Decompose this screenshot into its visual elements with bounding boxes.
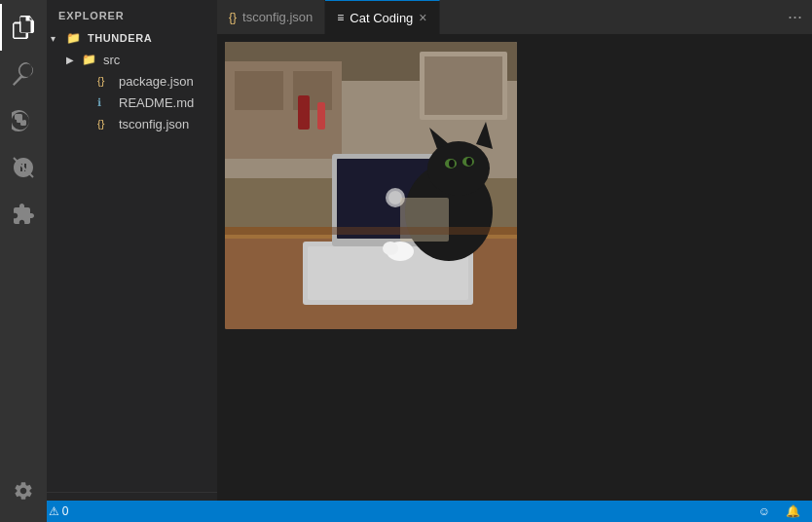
tab-tsconfig-icon: {} xyxy=(229,11,237,24)
bell-status[interactable]: 🔔 xyxy=(782,504,804,518)
svg-rect-30 xyxy=(225,227,517,235)
status-bar: ⊗ 0 ⚠ 0 ☺ 🔔 xyxy=(0,501,812,522)
files-icon[interactable] xyxy=(0,4,47,51)
json-icon: {} xyxy=(97,75,115,87)
svg-point-26 xyxy=(466,158,472,166)
md-icon: ℹ xyxy=(97,96,115,109)
smiley-status[interactable]: ☺ xyxy=(755,504,774,518)
extensions-icon[interactable] xyxy=(0,191,47,238)
tab-tsconfig-label: tsconfig.json xyxy=(242,10,313,24)
svg-rect-29 xyxy=(400,198,449,242)
tab-tsconfig[interactable]: {} tsconfig.json xyxy=(217,0,325,34)
status-right: ☺ 🔔 xyxy=(755,504,804,518)
file-readme[interactable]: ℹ README.md xyxy=(47,92,217,113)
folder-thundera-label: THUNDERA xyxy=(88,32,152,44)
folder-icon: 📁 xyxy=(66,31,84,45)
smiley-icon: ☺ xyxy=(758,504,770,518)
bell-icon: 🔔 xyxy=(786,504,800,518)
search-icon[interactable] xyxy=(0,51,47,97)
settings-icon[interactable] xyxy=(0,467,47,514)
folder-thundera[interactable]: ▾ 📁 THUNDERA xyxy=(47,27,217,49)
file-tree: ▾ 📁 THUNDERA ▶ 📁 src {} package.json ℹ R… xyxy=(47,27,217,492)
tab-cat-close-button[interactable]: × xyxy=(419,10,426,25)
package-json-label: package.json xyxy=(119,74,194,89)
src-folder-icon: 📁 xyxy=(82,53,99,66)
warnings-status[interactable]: ⚠ 0 xyxy=(45,504,73,518)
svg-rect-7 xyxy=(235,71,283,110)
sidebar-title: EXPLORER xyxy=(47,0,217,27)
svg-point-25 xyxy=(449,160,455,168)
activity-bar xyxy=(0,0,47,522)
tsconfig-json-icon: {} xyxy=(97,118,115,130)
more-tabs-button[interactable]: ··· xyxy=(778,0,812,34)
sidebar: EXPLORER ▾ 📁 THUNDERA ▶ 📁 src {} package… xyxy=(47,0,217,522)
cat-coding-webview xyxy=(225,42,517,329)
tab-cat-icon: ≡ xyxy=(337,11,344,24)
source-control-icon[interactable] xyxy=(0,97,47,144)
file-package-json[interactable]: {} package.json xyxy=(47,70,217,92)
src-label: src xyxy=(103,53,120,67)
tab-cat-label: Cat Coding xyxy=(350,11,413,25)
svg-rect-10 xyxy=(317,102,325,130)
warning-icon: ⚠ xyxy=(49,504,59,518)
arrow-icon: ▾ xyxy=(51,33,66,44)
tsconfig-label: tsconfig.json xyxy=(119,117,189,131)
readme-label: README.md xyxy=(119,95,194,110)
editor-area xyxy=(217,34,812,501)
svg-point-20 xyxy=(427,141,490,196)
tab-cat-coding[interactable]: ≡ Cat Coding × xyxy=(325,0,439,34)
tabs-bar: {} tsconfig.json ≡ Cat Coding × ··· xyxy=(217,0,812,34)
svg-rect-5 xyxy=(424,56,502,115)
svg-rect-9 xyxy=(298,95,310,130)
folder-src[interactable]: ▶ 📁 src xyxy=(47,49,217,70)
arrow-icon: ▶ xyxy=(66,55,82,65)
cat-image-svg xyxy=(225,42,517,329)
svg-point-28 xyxy=(383,242,398,255)
svg-point-18 xyxy=(388,191,402,205)
no-icon[interactable] xyxy=(0,144,47,191)
file-tsconfig[interactable]: {} tsconfig.json xyxy=(47,113,217,134)
warning-count: 0 xyxy=(62,504,69,518)
